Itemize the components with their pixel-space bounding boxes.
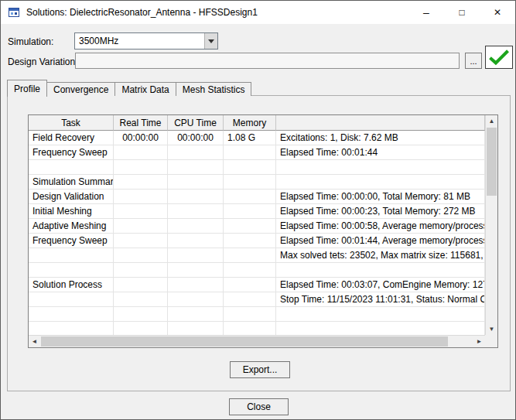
table-row[interactable]: Solution ProcessElapsed Time: 00:03:07, …	[29, 278, 485, 292]
table-cell-info: Excitations: 1, Disk: 7.62 MB	[276, 131, 485, 145]
tab-convergence[interactable]: Convergence	[46, 82, 115, 96]
design-variation-label: Design Variation:	[8, 56, 78, 67]
table-cell-memory	[224, 160, 276, 175]
table-cell-real_time	[114, 145, 168, 160]
tab-matrix-data[interactable]: Matrix Data	[114, 82, 176, 96]
table-row[interactable]: Design ValidationElapsed Time: 00:00:00,…	[29, 190, 485, 204]
table-cell-task	[29, 248, 114, 263]
table-cell-info	[276, 307, 485, 322]
horizontal-scrollbar[interactable]: ◄ ►	[29, 335, 485, 347]
table-cell-cpu_time	[168, 263, 224, 278]
minimize-button[interactable]: –	[408, 1, 444, 24]
table-cell-info	[276, 175, 485, 190]
table-cell-real_time	[114, 190, 168, 204]
table-cell-cpu_time	[168, 145, 224, 160]
window-icon[interactable]	[8, 6, 20, 19]
table-cell-real_time	[114, 248, 168, 263]
titlebar-close-button[interactable]: ✕	[480, 1, 515, 24]
table-cell-task: Frequency Sweep	[29, 145, 114, 160]
table-cell-real_time	[114, 278, 168, 292]
vertical-scrollbar[interactable]: ▲ ▼	[485, 115, 497, 335]
column-header-task[interactable]: Task	[29, 115, 114, 131]
column-header-real-time[interactable]: Real Time	[114, 115, 168, 131]
table-cell-task	[29, 292, 114, 307]
vertical-scroll-thumb[interactable]	[487, 128, 497, 196]
table-row[interactable]: Frequency SweepElapsed Time: 00:01:44	[29, 145, 485, 160]
column-header-cpu-time[interactable]: CPU Time	[168, 115, 224, 131]
scroll-left-icon[interactable]: ◄	[29, 336, 40, 347]
scroll-up-icon[interactable]: ▲	[486, 115, 497, 127]
tab-strip: Profile Convergence Matrix Data Mesh Sta…	[7, 80, 251, 96]
table-cell-cpu_time	[168, 292, 224, 307]
export-button[interactable]: Export...	[230, 361, 290, 378]
table-cell-task: Simulation Summary	[29, 175, 114, 190]
table-cell-memory	[224, 263, 276, 278]
table-row[interactable]	[29, 322, 485, 335]
table-cell-info	[276, 322, 485, 335]
minimize-icon: –	[423, 7, 429, 18]
validate-button[interactable]	[485, 46, 513, 69]
table-row[interactable]: Max solved tets: 23502, Max matrix size:…	[29, 248, 485, 263]
table-row[interactable]: Field Recovery00:00:0000:00:001.08 GExci…	[29, 131, 485, 145]
maximize-icon: □	[459, 8, 464, 17]
simulation-dropdown[interactable]: 3500MHz	[74, 32, 218, 50]
table-cell-memory	[224, 190, 276, 204]
browse-button[interactable]: ...	[465, 53, 482, 69]
table-cell-real_time	[114, 322, 168, 335]
table-row[interactable]: Initial MeshingElapsed Time: 00:00:23, T…	[29, 204, 485, 219]
table-cell-real_time	[114, 219, 168, 234]
table-cell-real_time	[114, 160, 168, 175]
close-icon: ✕	[494, 8, 501, 17]
table-cell-task	[29, 160, 114, 175]
table-cell-cpu_time	[168, 248, 224, 263]
table-cell-task	[29, 263, 114, 278]
table-row[interactable]	[29, 263, 485, 278]
table-cell-memory	[224, 307, 276, 322]
tab-mesh-statistics[interactable]: Mesh Statistics	[176, 82, 252, 96]
table-row[interactable]: Simulation Summary	[29, 175, 485, 190]
table-cell-task	[29, 307, 114, 322]
titlebar: Solutions: DielectricResonator_Antenna -…	[1, 1, 515, 24]
table-cell-info: Elapsed Time: 00:00:58, Average memory/p…	[276, 219, 485, 234]
simulation-label: Simulation:	[8, 36, 53, 47]
tab-profile[interactable]: Profile	[7, 80, 47, 97]
maximize-button[interactable]: □	[444, 1, 480, 24]
scroll-corner	[485, 335, 497, 347]
table-cell-memory	[224, 234, 276, 248]
horizontal-scroll-thumb[interactable]	[41, 336, 448, 347]
chevron-down-icon[interactable]	[204, 33, 217, 49]
profile-tab-page: TaskReal TimeCPU TimeMemory Field Recove…	[7, 95, 511, 391]
table-cell-real_time	[114, 204, 168, 219]
column-header-blank[interactable]	[276, 115, 485, 131]
close-button[interactable]: Close	[229, 398, 289, 415]
table-cell-task: Solution Process	[29, 278, 114, 292]
table-cell-task: Frequency Sweep	[29, 234, 114, 248]
table-cell-cpu_time	[168, 160, 224, 175]
table-row[interactable]	[29, 160, 485, 175]
table-cell-cpu_time	[168, 190, 224, 204]
table-cell-real_time	[114, 292, 168, 307]
table-cell-real_time: 00:00:00	[114, 131, 168, 145]
design-variation-field[interactable]	[75, 53, 460, 69]
column-header-memory[interactable]: Memory	[224, 115, 276, 131]
profile-table: TaskReal TimeCPU TimeMemory Field Recove…	[28, 114, 498, 348]
table-cell-memory	[224, 145, 276, 160]
solutions-dialog: Solutions: DielectricResonator_Antenna -…	[0, 0, 516, 420]
table-row[interactable]: Frequency SweepElapsed Time: 00:01:44, A…	[29, 234, 485, 248]
table-cell-cpu_time	[168, 204, 224, 219]
table-cell-info: Elapsed Time: 00:03:07, ComEngine Memory…	[276, 278, 485, 292]
table-cell-info: Max solved tets: 23502, Max matrix size:…	[276, 248, 485, 263]
profile-table-body: Field Recovery00:00:0000:00:001.08 GExci…	[29, 131, 485, 335]
window-title: Solutions: DielectricResonator_Antenna -…	[26, 7, 408, 18]
table-row[interactable]	[29, 307, 485, 322]
table-row[interactable]: Adaptive MeshingElapsed Time: 00:00:58, …	[29, 219, 485, 234]
scroll-down-icon[interactable]: ▼	[486, 323, 497, 335]
table-row[interactable]: Stop Time: 11/15/2023 11:01:31, Status: …	[29, 292, 485, 307]
scroll-right-icon[interactable]: ►	[473, 336, 485, 347]
table-cell-memory	[224, 278, 276, 292]
table-cell-info: Elapsed Time: 00:00:00, Total Memory: 81…	[276, 190, 485, 204]
table-cell-memory: 1.08 G	[224, 131, 276, 145]
table-cell-memory	[224, 322, 276, 335]
table-cell-memory	[224, 248, 276, 263]
simulation-value: 3500MHz	[75, 36, 204, 46]
